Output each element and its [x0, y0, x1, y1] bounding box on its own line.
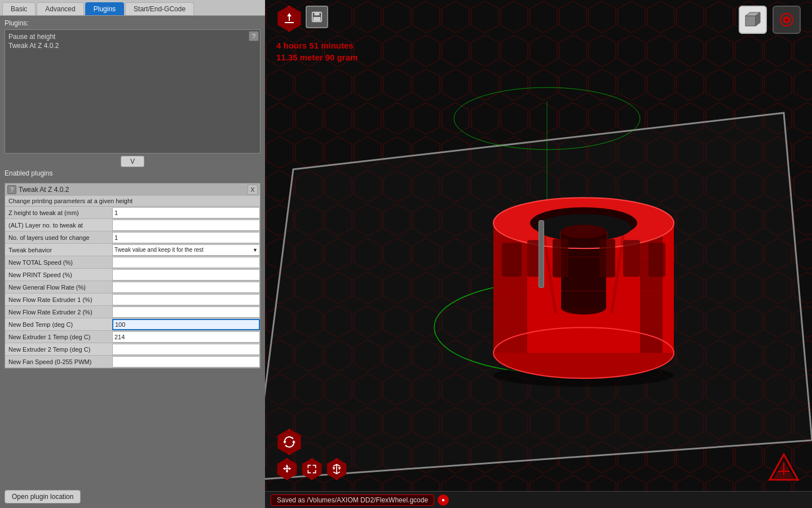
- field-ext2-temp: New Extruder 2 Temp (deg C): [5, 343, 260, 356]
- status-bar: Saved as /Volumes/AXIOM DD2/FlexWheel.gc…: [265, 491, 812, 508]
- tweak-behavior-select-container[interactable]: Tweak value and keep it for the rest ▼: [112, 244, 260, 256]
- top-toolbar: [276, 6, 328, 32]
- plugin-card-help-button[interactable]: ?: [7, 185, 16, 194]
- flow-ext1-input[interactable]: [112, 294, 260, 305]
- z-height-input[interactable]: [112, 207, 260, 218]
- field-label: (ALT) Layer no. to tweak at: [5, 221, 112, 230]
- total-speed-input[interactable]: [112, 257, 260, 268]
- plugin-card-title: Tweak At Z 4.0.2: [19, 186, 245, 194]
- svg-rect-34: [648, 243, 665, 277]
- field-layer-no: (ALT) Layer no. to tweak at: [5, 219, 260, 231]
- svg-rect-39: [314, 17, 321, 21]
- num-layers-input[interactable]: [112, 232, 260, 243]
- general-flow-input[interactable]: [112, 282, 260, 293]
- field-label: New Flow Rate Extruder 2 (%): [5, 308, 112, 317]
- field-total-speed: New TOTAL Speed (%): [5, 256, 260, 269]
- load-model-icon[interactable]: [276, 6, 302, 32]
- field-label: Tweak behavior: [5, 246, 112, 255]
- plugins-list: Pause at height Tweak At Z 4.0.2: [5, 30, 260, 52]
- view-cube-icon[interactable]: [739, 6, 767, 34]
- left-panel: Basic Advanced Plugins Start/End-GCode P…: [0, 0, 265, 508]
- field-label: New TOTAL Speed (%): [5, 258, 112, 267]
- bottom-left-icons: [276, 429, 347, 480]
- save-icon[interactable]: [306, 6, 328, 28]
- field-tweak-behavior: Tweak behavior Tweak value and keep it f…: [5, 244, 260, 256]
- field-label: No. of layers used for change: [5, 233, 112, 242]
- field-label: New Bed Temp (deg C): [5, 320, 112, 329]
- svg-rect-29: [502, 243, 522, 277]
- svg-rect-33: [623, 240, 640, 277]
- axiom-logo: [767, 452, 801, 485]
- open-plugin-location-button[interactable]: Open plugin location: [5, 490, 81, 503]
- tab-plugins[interactable]: Plugins: [85, 2, 124, 15]
- svg-rect-40: [745, 16, 756, 26]
- ext2-temp-input[interactable]: [112, 344, 260, 355]
- print-time: 4 hours 51 minutes: [276, 40, 358, 51]
- v-button-container: V: [5, 156, 261, 167]
- field-label: New Fan Speed (0-255 PWM): [5, 357, 112, 366]
- field-flow-ext2: New Flow Rate Extruder 2 (%): [5, 306, 260, 318]
- tab-basic[interactable]: Basic: [2, 2, 36, 15]
- svg-rect-31: [553, 239, 568, 277]
- enabled-plugins-label: Enabled plugins: [5, 169, 261, 177]
- field-print-speed: New PRINT Speed (%): [5, 269, 260, 281]
- svg-rect-36: [285, 22, 294, 23]
- field-z-height: Z height to tweak at (mm): [5, 207, 260, 219]
- field-ext1-temp: New Extruder 1 Temp (deg C): [5, 331, 260, 343]
- field-flow-ext1: New Flow Rate Extruder 1 (%): [5, 294, 260, 306]
- svg-point-45: [785, 18, 788, 21]
- tweak-behavior-select[interactable]: Tweak value and keep it for the rest ▼: [112, 244, 260, 256]
- v-button[interactable]: V: [121, 156, 144, 167]
- svg-rect-12: [493, 223, 527, 353]
- plugin-card: ? Tweak At Z 4.0.2 X Change printing par…: [5, 183, 261, 369]
- layer-no-input[interactable]: [112, 220, 260, 231]
- right-panel: 4 hours 51 minutes 11.35 meter 90 gram: [265, 0, 812, 508]
- field-label: New General Flow Rate (%): [5, 283, 112, 292]
- bottom-section: Open plugin location: [0, 371, 265, 508]
- field-general-flow: New General Flow Rate (%): [5, 281, 260, 294]
- right-toolbar: [739, 6, 801, 34]
- plugins-list-container: ? Pause at height Tweak At Z 4.0.2: [5, 29, 261, 154]
- plugin-card-header: ? Tweak At Z 4.0.2 X: [5, 183, 260, 196]
- plugin-card-close-button[interactable]: X: [248, 185, 258, 195]
- mirror-icon[interactable]: [326, 458, 347, 480]
- svg-rect-32: [599, 239, 615, 277]
- field-label: Z height to tweak at (mm): [5, 208, 112, 217]
- list-item[interactable]: Pause at height: [8, 32, 257, 41]
- field-label: New PRINT Speed (%): [5, 270, 112, 279]
- rotate-icon[interactable]: [276, 429, 302, 455]
- list-item[interactable]: Tweak At Z 4.0.2: [8, 41, 257, 50]
- tab-start-end-gcode[interactable]: Start/End-GCode: [125, 2, 194, 15]
- status-icon: ●: [438, 494, 449, 506]
- print-material: 11.35 meter 90 gram: [276, 51, 358, 63]
- ext1-temp-input[interactable]: [112, 331, 260, 343]
- field-num-layers: No. of layers used for change: [5, 231, 260, 244]
- print-info: 4 hours 51 minutes 11.35 meter 90 gram: [276, 40, 358, 63]
- camera-icon[interactable]: [773, 6, 801, 34]
- field-label: New Extruder 2 Temp (deg C): [5, 345, 112, 354]
- field-label: New Flow Rate Extruder 1 (%): [5, 295, 112, 304]
- field-fan-speed: New Fan Speed (0-255 PWM): [5, 356, 260, 368]
- move-icon[interactable]: [276, 458, 298, 480]
- scale-icon[interactable]: [301, 458, 323, 480]
- bottom-icons-row-1: [276, 458, 347, 480]
- field-label: New Extruder 1 Temp (deg C): [5, 332, 112, 341]
- fan-speed-input[interactable]: [112, 356, 260, 367]
- svg-marker-47: [338, 467, 341, 470]
- chevron-down-icon: ▼: [253, 247, 258, 253]
- bed-temp-input[interactable]: [112, 319, 260, 330]
- flow-ext2-input[interactable]: [112, 306, 260, 318]
- plugins-section: Plugins: ? Pause at height Tweak At Z 4.…: [0, 16, 265, 183]
- tab-advanced[interactable]: Advanced: [37, 2, 83, 15]
- left-side-tools: [539, 220, 544, 288]
- 3d-model: [471, 144, 696, 388]
- print-speed-input[interactable]: [112, 269, 260, 281]
- plugins-help-button[interactable]: ?: [249, 31, 259, 41]
- svg-rect-38: [314, 12, 319, 16]
- field-bed-temp: New Bed Temp (deg C): [5, 318, 260, 331]
- plugins-label: Plugins:: [5, 19, 261, 27]
- zoom-slider[interactable]: [539, 220, 544, 288]
- tab-bar: Basic Advanced Plugins Start/End-GCode: [0, 0, 265, 16]
- status-text: Saved as /Volumes/AXIOM DD2/FlexWheel.gc…: [271, 494, 434, 506]
- svg-point-24: [561, 225, 606, 238]
